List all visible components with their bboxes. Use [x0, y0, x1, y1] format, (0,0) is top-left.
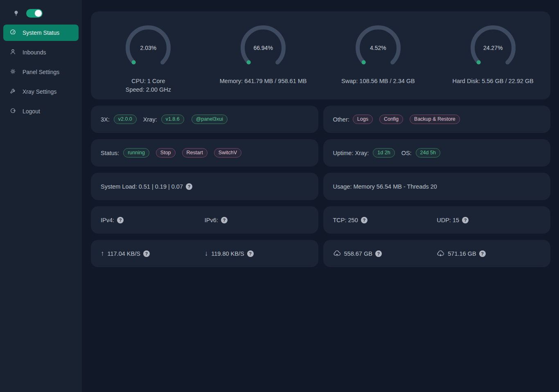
3x-version-tag[interactable]: v2.0.0	[114, 115, 137, 124]
xray-version-tag[interactable]: v1.8.6	[161, 115, 184, 124]
tcp-count: TCP: 250	[333, 217, 358, 223]
upload-total: 558.67 GB	[344, 250, 372, 257]
help-icon[interactable]: ?	[361, 217, 367, 223]
logout-icon	[9, 107, 16, 115]
sidebar-item-label: Panel Settings	[23, 69, 59, 75]
xray-status-card: Status: running Stop Restart SwitchV	[91, 139, 318, 167]
udp-block: UDP: 15 ?	[437, 217, 541, 223]
disk-percent: 24.27%	[469, 23, 518, 72]
system-gauges-card: 2.03% CPU: 1 Core Speed: 2.00 GHz 66.94%…	[91, 11, 550, 99]
ip-card: IPv4: ? IPv6: ?	[91, 206, 318, 234]
help-icon[interactable]: ?	[462, 217, 469, 223]
usage-card: Usage: Memory 56.54 MB - Threads 20	[323, 173, 551, 200]
download-total: 571.16 GB	[448, 250, 476, 257]
restart-button[interactable]: Restart	[182, 148, 207, 158]
xray-label: Xray:	[143, 116, 157, 123]
ipv4-block: IPv4: ?	[101, 217, 205, 223]
connections-card: TCP: 250 ? UDP: 15 ?	[323, 206, 551, 234]
3x-label: 3X:	[101, 116, 110, 123]
download-arrow-icon: ↓	[205, 250, 208, 258]
upload-speed: 117.04 KB/S	[108, 250, 140, 257]
memory-gauge: 66.94% Memory: 641.79 MB / 958.61 MB	[206, 11, 321, 99]
download-total-block: 571.16 GB ?	[437, 250, 541, 257]
ipv6-block: IPv6: ?	[205, 217, 309, 223]
switch-version-button[interactable]: SwitchV	[214, 148, 241, 158]
bulb-icon	[13, 10, 20, 17]
sidebar-item-label: Xray Settings	[23, 88, 56, 95]
cpu-gauge: 2.03% CPU: 1 Core Speed: 2.00 GHz	[91, 11, 206, 99]
uptime-label: Uptime: Xray:	[333, 150, 369, 156]
wrench-icon	[9, 88, 16, 96]
upload-total-block: 558.67 GB ?	[333, 250, 437, 257]
disk-label: Hard Disk: 5.56 GB / 22.92 GB	[452, 77, 533, 86]
sidebar-item-xray-settings[interactable]: Xray Settings	[3, 83, 79, 100]
udp-count: UDP: 15	[437, 217, 459, 223]
ipv6-label: IPv6:	[205, 217, 218, 223]
dashboard-icon	[9, 29, 16, 37]
help-icon[interactable]: ?	[375, 250, 382, 257]
cpu-label: CPU: 1 Core Speed: 2.00 GHz	[126, 77, 171, 94]
sidebar-item-logout[interactable]: Logout	[3, 103, 79, 119]
cpu-percent: 2.03%	[124, 23, 173, 72]
sidebar-nav: System Status Inbounds Panel Settings	[0, 25, 82, 123]
sidebar-item-panel-settings[interactable]: Panel Settings	[3, 64, 79, 80]
xray-uptime-badge: 1d 2h	[373, 148, 394, 158]
net-speed-card: ↑ 117.04 KB/S ? ↓ 119.80 KB/S ?	[91, 240, 318, 267]
os-label: OS:	[401, 150, 412, 156]
version-card: 3X: v2.0.0 Xray: v1.8.6 @panel3xui	[91, 106, 318, 133]
help-icon[interactable]: ?	[221, 217, 228, 223]
memory-label: Memory: 641.79 MB / 958.61 MB	[220, 77, 307, 86]
swap-percent: 4.52%	[354, 23, 403, 72]
gear-icon	[9, 68, 16, 76]
sidebar: System Status Inbounds Panel Settings	[0, 0, 82, 392]
cloud-upload-icon	[333, 250, 341, 257]
cpu-gauge-ring: 2.03%	[124, 23, 173, 72]
logs-button[interactable]: Logs	[353, 115, 373, 124]
memory-gauge-ring: 66.94%	[239, 23, 288, 72]
uptime-card: Uptime: Xray: 1d 2h OS: 24d 5h	[323, 139, 551, 167]
help-icon[interactable]: ?	[186, 183, 192, 190]
help-icon[interactable]: ?	[247, 250, 254, 257]
cloud-download-icon	[437, 250, 444, 257]
os-uptime-badge: 24d 5h	[416, 148, 440, 158]
help-icon[interactable]: ?	[143, 250, 150, 257]
net-traffic-card: 558.67 GB ? 571.16 GB ?	[323, 240, 551, 267]
status-badge: running	[123, 148, 149, 158]
sidebar-item-system-status[interactable]: System Status	[3, 25, 79, 41]
theme-row	[0, 8, 82, 18]
other-card: Other: Logs Config Backup & Restore	[323, 106, 551, 133]
system-load-text: System Load: 0.51 | 0.19 | 0.07	[101, 183, 183, 190]
sidebar-item-label: System Status	[23, 29, 59, 36]
other-label: Other:	[333, 116, 349, 123]
swap-gauge: 4.52% Swap: 108.56 MB / 2.34 GB	[321, 11, 436, 99]
memory-percent: 66.94%	[239, 23, 288, 72]
toggle-knob	[35, 10, 42, 17]
download-speed-block: ↓ 119.80 KB/S ?	[205, 250, 309, 258]
backup-restore-button[interactable]: Backup & Restore	[410, 115, 460, 124]
help-icon[interactable]: ?	[479, 250, 486, 257]
system-load-card: System Load: 0.51 | 0.19 | 0.07 ?	[91, 173, 318, 200]
swap-label: Swap: 108.56 MB / 2.34 GB	[341, 77, 415, 86]
sidebar-item-label: Inbounds	[23, 49, 46, 56]
upload-speed-block: ↑ 117.04 KB/S ?	[101, 250, 205, 258]
ipv4-label: IPv4:	[101, 217, 114, 223]
telegram-tag[interactable]: @panel3xui	[192, 115, 228, 124]
upload-arrow-icon: ↑	[101, 250, 104, 258]
usage-text: Usage: Memory 56.54 MB - Threads 20	[333, 183, 437, 190]
main-content: 2.03% CPU: 1 Core Speed: 2.00 GHz 66.94%…	[82, 0, 559, 392]
disk-gauge-ring: 24.27%	[469, 23, 518, 72]
sidebar-item-inbounds[interactable]: Inbounds	[3, 44, 79, 61]
tcp-block: TCP: 250 ?	[333, 217, 437, 223]
sidebar-item-label: Logout	[23, 108, 40, 115]
info-rows: 3X: v2.0.0 Xray: v1.8.6 @panel3xui Other…	[91, 106, 550, 267]
dark-theme-toggle[interactable]	[26, 9, 43, 18]
config-button[interactable]: Config	[379, 115, 403, 124]
user-icon	[9, 48, 16, 56]
swap-gauge-ring: 4.52%	[354, 23, 403, 72]
disk-gauge: 24.27% Hard Disk: 5.56 GB / 22.92 GB	[435, 11, 550, 99]
status-label: Status:	[101, 150, 119, 156]
help-icon[interactable]: ?	[117, 217, 124, 223]
download-speed: 119.80 KB/S	[211, 250, 244, 257]
stop-button[interactable]: Stop	[156, 148, 176, 158]
